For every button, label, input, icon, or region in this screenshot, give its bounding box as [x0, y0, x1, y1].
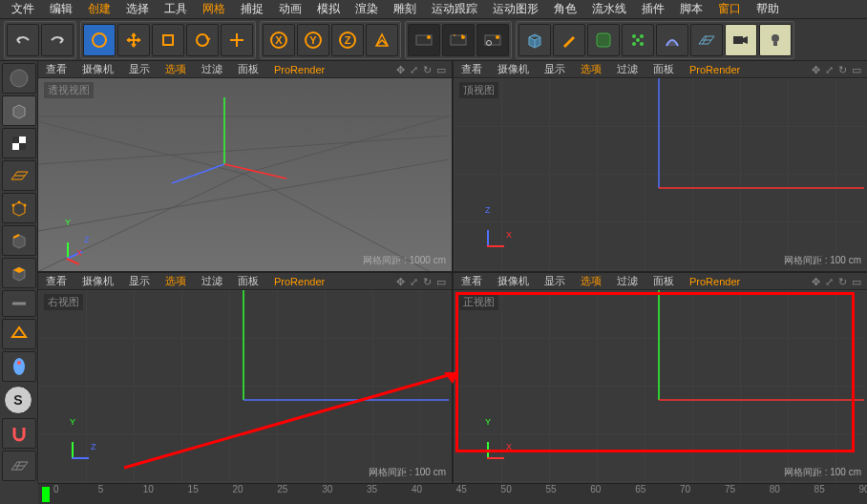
vpm-filter[interactable]: 过滤	[613, 62, 642, 76]
floor-button[interactable]	[690, 24, 723, 56]
vpm-panel[interactable]: 面板	[234, 274, 263, 288]
viewport-front[interactable]: 查看 摄像机 显示 选项 过滤 面板 ProRender ✥⤢↻▭ Y X 正视…	[454, 273, 867, 483]
vpm-view[interactable]: 查看	[42, 274, 71, 288]
bend-deformer-button[interactable]	[656, 24, 688, 56]
vpm-display[interactable]: 显示	[540, 62, 569, 76]
vp-rotate-icon[interactable]: ↻	[423, 64, 434, 75]
menu-create[interactable]: 创建	[80, 0, 118, 19]
vpm-view[interactable]: 查看	[457, 274, 486, 288]
z-axis-lock-button[interactable]: Z	[331, 24, 364, 56]
menu-help[interactable]: 帮助	[749, 0, 787, 19]
vp-max-icon[interactable]: ▭	[436, 276, 448, 287]
vp-zoom-icon[interactable]: ⤢	[410, 276, 421, 287]
light-button[interactable]	[759, 24, 792, 56]
vpm-cameras[interactable]: 摄像机	[78, 62, 117, 76]
vpm-filter[interactable]: 过滤	[198, 274, 226, 288]
vp-zoom-icon[interactable]: ⤢	[825, 64, 836, 75]
scale-button[interactable]	[152, 24, 184, 56]
vpm-cameras[interactable]: 摄像机	[78, 274, 117, 288]
menu-script[interactable]: 脚本	[672, 0, 710, 19]
vp-nav-icon[interactable]: ✥	[812, 276, 823, 287]
y-axis-lock-button[interactable]: Y	[297, 24, 329, 56]
menu-edit[interactable]: 编辑	[42, 0, 80, 19]
menu-character[interactable]: 角色	[546, 0, 584, 19]
timeline[interactable]: 0 5 10 15 20 25 30 35 40 45 50 55 60 65 …	[38, 483, 867, 504]
vp-zoom-icon[interactable]: ⤢	[410, 64, 421, 75]
vpm-options[interactable]: 选项	[161, 62, 190, 76]
workplane-button[interactable]	[2, 160, 36, 191]
viewport-perspective[interactable]: 查看 摄像机 显示 选项 过滤 面板 ProRender ✥⤢↻▭	[38, 61, 452, 271]
edge-mode-button[interactable]	[2, 225, 36, 256]
rotate-button[interactable]	[186, 24, 219, 56]
timeline-playhead[interactable]	[42, 487, 50, 502]
menu-file[interactable]: 文件	[4, 0, 42, 19]
vp-zoom-icon[interactable]: ⤢	[825, 276, 836, 287]
menu-motiontrack[interactable]: 运动跟踪	[424, 0, 485, 19]
array-button[interactable]	[622, 24, 654, 56]
make-editable-button[interactable]	[2, 63, 36, 94]
menu-snap[interactable]: 捕捉	[233, 0, 271, 19]
recent-tool-button[interactable]	[221, 24, 253, 56]
undo-button[interactable]	[7, 24, 39, 56]
vpm-options[interactable]: 选项	[577, 274, 605, 288]
render-settings-button[interactable]	[476, 24, 509, 56]
point-mode-button[interactable]	[2, 193, 36, 223]
vpm-display[interactable]: 显示	[540, 274, 569, 288]
render-picture-button[interactable]	[442, 24, 475, 56]
vp-max-icon[interactable]: ▭	[852, 64, 863, 75]
subdivision-button[interactable]	[587, 24, 620, 56]
vpm-cameras[interactable]: 摄像机	[494, 274, 533, 288]
menu-mesh[interactable]: 网格	[195, 0, 233, 19]
coord-system-button[interactable]	[366, 24, 398, 56]
camera-button[interactable]	[725, 24, 757, 56]
menu-mograph[interactable]: 运动图形	[485, 0, 546, 19]
vpm-prorender[interactable]: ProRender	[686, 276, 744, 287]
tweak-mode-button[interactable]	[2, 351, 36, 382]
live-select-button[interactable]	[83, 24, 116, 56]
menu-simulate[interactable]: 模拟	[309, 0, 348, 19]
vpm-cameras[interactable]: 摄像机	[494, 62, 533, 76]
vp-nav-icon[interactable]: ✥	[396, 64, 408, 75]
vp-rotate-icon[interactable]: ↻	[423, 276, 434, 287]
vp-rotate-icon[interactable]: ↻	[838, 276, 850, 287]
vpm-panel[interactable]: 面板	[649, 274, 678, 288]
vp-max-icon[interactable]: ▭	[852, 276, 863, 287]
texture-mode-button[interactable]	[2, 128, 36, 158]
x-axis-lock-button[interactable]: X	[263, 24, 295, 56]
render-view-button[interactable]	[408, 24, 440, 56]
vpm-prorender[interactable]: ProRender	[686, 64, 744, 75]
vpm-view[interactable]: 查看	[457, 62, 486, 76]
vp-nav-icon[interactable]: ✥	[812, 64, 823, 75]
viewport-right[interactable]: 查看 摄像机 显示 选项 过滤 面板 ProRender ✥⤢↻▭ Y Z 右视…	[38, 273, 452, 483]
viewport-top[interactable]: 查看 摄像机 显示 选项 过滤 面板 ProRender ✥⤢↻▭ Z X 顶视…	[454, 61, 867, 271]
vp-nav-icon[interactable]: ✥	[396, 276, 408, 287]
vpm-display[interactable]: 显示	[125, 274, 154, 288]
menu-tools[interactable]: 工具	[157, 0, 195, 19]
enable-axis-button[interactable]	[2, 290, 36, 317]
menu-render[interactable]: 渲染	[348, 0, 386, 19]
vpm-prorender[interactable]: ProRender	[270, 276, 328, 287]
vp-rotate-icon[interactable]: ↻	[838, 64, 850, 75]
menu-window[interactable]: 窗口	[710, 0, 749, 19]
redo-button[interactable]	[41, 24, 74, 56]
move-button[interactable]	[117, 24, 150, 56]
menu-sculpt[interactable]: 雕刻	[386, 0, 424, 19]
model-mode-button[interactable]	[2, 95, 36, 126]
menu-select[interactable]: 选择	[118, 0, 157, 19]
cube-primitive-button[interactable]	[518, 24, 551, 56]
vpm-display[interactable]: 显示	[125, 62, 154, 76]
vpm-panel[interactable]: 面板	[649, 62, 678, 76]
menu-plugins[interactable]: 插件	[634, 0, 672, 19]
menu-animate[interactable]: 动画	[271, 0, 309, 19]
vpm-prorender[interactable]: ProRender	[270, 64, 328, 75]
menu-pipeline[interactable]: 流水线	[584, 0, 634, 19]
viewport-solo-button[interactable]	[2, 319, 36, 349]
vpm-options[interactable]: 选项	[161, 274, 190, 288]
vpm-filter[interactable]: 过滤	[613, 274, 642, 288]
pen-tool-button[interactable]	[553, 24, 585, 56]
vpm-filter[interactable]: 过滤	[198, 62, 226, 76]
vpm-options[interactable]: 选项	[577, 62, 605, 76]
snap-button[interactable]: S	[4, 386, 32, 414]
vp-max-icon[interactable]: ▭	[436, 64, 448, 75]
vpm-view[interactable]: 查看	[42, 62, 71, 76]
